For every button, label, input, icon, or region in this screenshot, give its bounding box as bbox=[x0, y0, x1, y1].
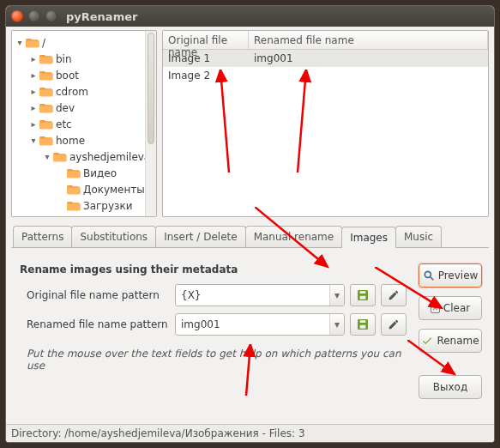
tree-item[interactable]: Документы bbox=[12, 181, 156, 197]
maximize-window-button[interactable] bbox=[45, 10, 57, 22]
tree-label: boot bbox=[56, 70, 79, 82]
pattern-hint: Put the mouse over the text fields to ge… bbox=[20, 342, 407, 372]
app-window: pyRenamer ▾/▸bin▸boot▸cdrom▸dev▸etc▾home… bbox=[5, 5, 495, 443]
folder-icon bbox=[67, 184, 81, 196]
save-pattern-button-2[interactable] bbox=[350, 313, 376, 336]
preview-button[interactable]: Preview bbox=[419, 263, 482, 288]
tab-music[interactable]: Music bbox=[395, 226, 442, 247]
exit-button[interactable]: Выход bbox=[419, 375, 482, 399]
tree-item[interactable]: Видео bbox=[12, 165, 156, 181]
folder-icon bbox=[66, 216, 80, 218]
folder-icon bbox=[39, 102, 53, 114]
edit-pattern-button[interactable] bbox=[381, 284, 407, 306]
folder-icon bbox=[67, 167, 81, 179]
tree-label: home bbox=[56, 135, 85, 147]
cell-renamed bbox=[249, 74, 259, 77]
tree-item[interactable]: ▾home bbox=[12, 132, 156, 148]
folder-icon bbox=[67, 200, 81, 212]
expander-icon[interactable]: ▸ bbox=[27, 87, 39, 96]
rename-button[interactable]: Rename bbox=[419, 329, 482, 353]
cell-original: Image 1 bbox=[163, 51, 249, 66]
tab-insert-delete[interactable]: Insert / Delete bbox=[155, 226, 246, 247]
tree-label: Видео bbox=[83, 167, 117, 179]
tab-substitutions[interactable]: Substitutions bbox=[71, 226, 156, 247]
edit-pattern-button-2[interactable] bbox=[381, 313, 407, 336]
tree-item[interactable]: ▾/ bbox=[12, 34, 156, 51]
tab-images[interactable]: Images bbox=[341, 227, 396, 248]
cell-original: Image 2 bbox=[163, 68, 249, 83]
expander-icon[interactable]: ▸ bbox=[27, 70, 39, 80]
svg-point-0 bbox=[425, 271, 431, 277]
tree-item[interactable]: ▸boot bbox=[12, 67, 156, 83]
folder-icon bbox=[39, 118, 53, 130]
column-renamed[interactable]: Renamed file name bbox=[249, 31, 488, 49]
tree-label: dev bbox=[56, 102, 75, 114]
folder-icon bbox=[26, 37, 39, 49]
renamed-pattern-input[interactable] bbox=[181, 318, 329, 330]
cell-renamed: img001 bbox=[249, 51, 298, 66]
status-bar: Directory: /home/ayshedjemileva/Изображе… bbox=[6, 424, 494, 442]
file-table[interactable]: Original file name Renamed file name Ima… bbox=[162, 30, 489, 217]
tree-item[interactable]: ▸cdrom bbox=[12, 83, 156, 100]
expander-icon[interactable]: ▾ bbox=[27, 136, 39, 145]
tree-label: Документы bbox=[83, 184, 145, 196]
pane-title: Rename images using their metadata bbox=[20, 263, 407, 275]
save-pattern-button[interactable] bbox=[350, 284, 376, 306]
folder-icon bbox=[39, 53, 53, 65]
tree-item[interactable]: Загрузки bbox=[12, 197, 156, 214]
tab-bar: PatternsSubstitutionsInsert / DeleteManu… bbox=[11, 226, 489, 248]
tree-label: Загрузки bbox=[83, 200, 133, 212]
svg-line-1 bbox=[430, 277, 433, 281]
tree-item[interactable]: Изображения bbox=[12, 214, 156, 217]
chevron-down-icon[interactable]: ▾ bbox=[329, 285, 344, 306]
tree-item[interactable]: ▸dev bbox=[12, 100, 156, 116]
folder-icon bbox=[53, 151, 67, 163]
expander-icon[interactable]: ▾ bbox=[14, 38, 26, 47]
expander-icon[interactable]: ▸ bbox=[27, 103, 39, 112]
folder-icon bbox=[39, 135, 53, 147]
chevron-down-icon[interactable]: ▾ bbox=[329, 314, 344, 335]
tree-label: etc bbox=[56, 118, 72, 130]
tree-item[interactable]: ▾ayshedjemileva bbox=[12, 148, 156, 165]
folder-tree[interactable]: ▾/▸bin▸boot▸cdrom▸dev▸etc▾home▾ayshedjem… bbox=[11, 30, 157, 217]
tree-label: ayshedjemileva bbox=[69, 151, 150, 163]
folder-icon bbox=[39, 70, 53, 82]
tree-label: / bbox=[42, 37, 45, 49]
original-pattern-combo[interactable]: ▾ bbox=[175, 284, 345, 306]
expander-icon[interactable]: ▾ bbox=[41, 152, 53, 161]
renamed-pattern-label: Renamed file name pattern bbox=[20, 318, 170, 330]
minimize-window-button[interactable] bbox=[28, 10, 40, 22]
tab-manual-rename[interactable]: Manual rename bbox=[245, 226, 343, 247]
tab-patterns[interactable]: Patterns bbox=[13, 226, 72, 247]
tree-item[interactable]: ▸etc bbox=[12, 116, 156, 132]
renamed-pattern-combo[interactable]: ▾ bbox=[175, 313, 345, 336]
close-window-button[interactable] bbox=[11, 10, 23, 22]
folder-icon bbox=[39, 86, 53, 98]
window-title: pyRenamer bbox=[66, 10, 137, 23]
tree-label: bin bbox=[56, 53, 72, 65]
column-original[interactable]: Original file name bbox=[163, 31, 249, 49]
table-row[interactable]: Image 1img001 bbox=[163, 50, 488, 67]
original-pattern-label: Original file name pattern bbox=[20, 289, 170, 301]
original-pattern-input[interactable] bbox=[181, 289, 329, 301]
expander-icon[interactable]: ▸ bbox=[27, 119, 39, 129]
clear-button[interactable]: ✕ Clear bbox=[419, 296, 482, 320]
tree-label: cdrom bbox=[56, 86, 88, 98]
expander-icon[interactable]: ▸ bbox=[27, 54, 39, 64]
tree-item[interactable]: ▸bin bbox=[12, 51, 156, 67]
titlebar: pyRenamer bbox=[6, 6, 494, 27]
table-row[interactable]: Image 2 bbox=[163, 67, 488, 84]
